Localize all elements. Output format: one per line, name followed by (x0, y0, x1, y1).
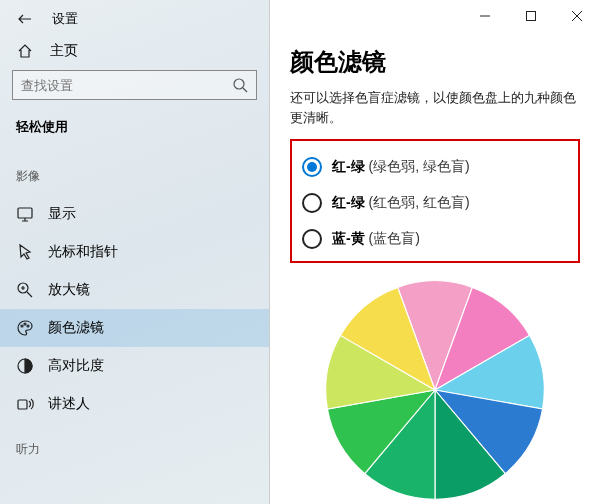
search-box[interactable] (12, 70, 257, 100)
sidebar-item-label: 显示 (48, 205, 76, 223)
sidebar-item-label: 光标和指针 (48, 243, 118, 261)
page-desc: 还可以选择色盲症滤镜，以使颜色盘上的九种颜色更清晰。 (290, 88, 580, 127)
sidebar-item-display[interactable]: 显示 (0, 195, 269, 233)
radio-note: (蓝色盲) (369, 230, 420, 246)
svg-rect-8 (527, 12, 536, 21)
window-buttons (270, 0, 600, 32)
search-input[interactable] (21, 78, 232, 93)
cursor-icon (16, 243, 34, 261)
radio-label: 红-绿 (332, 194, 365, 210)
magnifier-icon (16, 281, 34, 299)
svg-point-4 (24, 323, 26, 325)
pie-chart (320, 275, 550, 504)
sidebar-item-cursor[interactable]: 光标和指针 (0, 233, 269, 271)
filter-options-group: 红-绿 (绿色弱, 绿色盲) 红-绿 (红色弱, 红色盲) 蓝-黄 (蓝色盲) (290, 139, 580, 263)
display-icon (16, 205, 34, 223)
radio-label: 蓝-黄 (332, 230, 365, 246)
color-wheel (290, 275, 580, 504)
svg-rect-7 (18, 400, 27, 409)
search-row (0, 70, 269, 110)
section-title: 轻松使用 (0, 110, 269, 160)
radio-icon (302, 193, 322, 213)
main-panel: 颜色滤镜 还可以选择色盲症滤镜，以使颜色盘上的九种颜色更清晰。 红-绿 (绿色弱… (270, 0, 600, 504)
home-icon (16, 42, 34, 60)
group-vision: 影像 (0, 160, 269, 195)
palette-icon (16, 319, 34, 337)
radio-deuteranopia[interactable]: 红-绿 (绿色弱, 绿色盲) (302, 149, 568, 185)
radio-icon (302, 229, 322, 249)
page-title: 颜色滤镜 (290, 46, 580, 78)
radio-note: (绿色弱, 绿色盲) (369, 158, 470, 174)
sidebar-item-magnifier[interactable]: 放大镜 (0, 271, 269, 309)
close-button[interactable] (554, 0, 600, 32)
back-icon[interactable] (16, 10, 34, 28)
home-row[interactable]: 主页 (0, 34, 269, 70)
minimize-button[interactable] (462, 0, 508, 32)
window-title: 设置 (52, 10, 78, 28)
narrator-icon (16, 395, 34, 413)
sidebar-header: 设置 (0, 0, 269, 34)
svg-point-0 (234, 79, 244, 89)
contrast-icon (16, 357, 34, 375)
svg-rect-1 (18, 208, 32, 218)
sidebar-item-label: 讲述人 (48, 395, 90, 413)
radio-label: 红-绿 (332, 158, 365, 174)
content: 颜色滤镜 还可以选择色盲症滤镜，以使颜色盘上的九种颜色更清晰。 红-绿 (绿色弱… (270, 32, 600, 504)
svg-point-3 (21, 325, 23, 327)
sidebar-item-label: 高对比度 (48, 357, 104, 375)
sidebar-item-narrator[interactable]: 讲述人 (0, 385, 269, 423)
search-icon (232, 77, 248, 93)
radio-icon (302, 157, 322, 177)
sidebar-item-label: 放大镜 (48, 281, 90, 299)
svg-point-5 (27, 325, 29, 327)
maximize-button[interactable] (508, 0, 554, 32)
group-hearing: 听力 (0, 433, 269, 468)
radio-note: (红色弱, 红色盲) (369, 194, 470, 210)
radio-tritanopia[interactable]: 蓝-黄 (蓝色盲) (302, 221, 568, 257)
sidebar-item-colorfilters[interactable]: 颜色滤镜 (0, 309, 269, 347)
sidebar: 设置 主页 轻松使用 影像 显示 光标和指针 放大镜 (0, 0, 270, 504)
home-label: 主页 (50, 42, 78, 60)
sidebar-item-highcontrast[interactable]: 高对比度 (0, 347, 269, 385)
sidebar-item-label: 颜色滤镜 (48, 319, 104, 337)
radio-protanopia[interactable]: 红-绿 (红色弱, 红色盲) (302, 185, 568, 221)
